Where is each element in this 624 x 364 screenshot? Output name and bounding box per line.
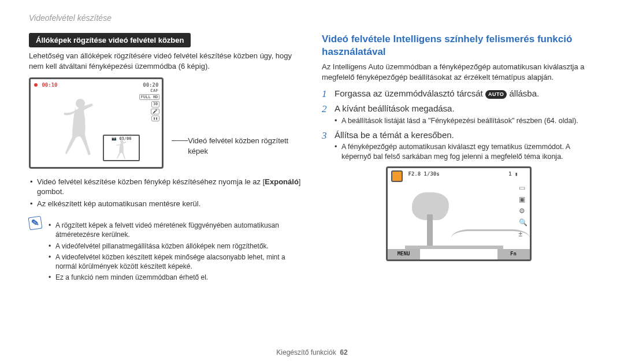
menu-button[interactable]: MENU (388, 249, 420, 259)
instruction-item: Videó felvétel készítése közben fénykép … (29, 177, 302, 197)
limit-time: 00:20 (143, 81, 158, 88)
step-item: A kívánt beállítások megadása. A beállít… (322, 103, 595, 125)
fullhd-badge: FULL HD (139, 94, 160, 100)
intro-text: Lehetőség van állóképek rögzítésére vide… (29, 51, 302, 71)
note-item: A videofelvétel közben készített képek m… (47, 252, 300, 271)
captured-thumb: 📷 03/06 (103, 135, 140, 161)
step-item: Állítsa be a témát a keresőben. A fényké… (322, 129, 595, 162)
battery-icon: ▭ (519, 183, 528, 192)
tree-trunk (427, 214, 433, 248)
note-item: Ez a funkció nem minden üzemmódban érhet… (47, 273, 300, 282)
shot-count: 1 ▮ (508, 170, 518, 177)
note-box: ✎ A rögzített képek a felvett videó mére… (29, 212, 302, 288)
exposure-readout: F2.8 1/30s (408, 170, 440, 177)
instruction-item: Az elkészített kép automatikusan mentésr… (29, 199, 302, 209)
lcd-preview-video: 00:10 00:20 CAF FULL HD 30 🎤 ▮▮ (29, 77, 164, 169)
auto-chip: AUTO (485, 90, 507, 99)
rec-indicator: 00:10 (34, 82, 58, 88)
section-header: Állóképek rögzítése videó felvétel közbe… (29, 33, 191, 48)
hill-line (451, 229, 530, 247)
mic-badge: 🎤 (151, 109, 159, 114)
note-item: A rögzített képek a felvett videó méreté… (47, 221, 300, 239)
breadcrumb: Videofelvétel készítése (29, 13, 595, 24)
caf-badge: CAF (149, 88, 159, 93)
section-title: Videó felvétele Intelligens színhely fel… (322, 33, 595, 58)
note-item: A videófelvétel pillanatmegállítása közb… (47, 242, 300, 251)
step-subitem: A beállítások listáját lásd a "Fényképez… (335, 116, 595, 126)
right-column: Videó felvétele Intelligens színhely fel… (322, 33, 595, 288)
callout-label: Videó felvétel közben rögzített képek (188, 136, 302, 156)
left-column: Állóképek rögzítése videó felvétel közbe… (29, 33, 302, 288)
step-item: Forgassa az üzemmódválasztó tárcsát AUTO… (322, 88, 595, 99)
battery-badge: ▮▮ (151, 116, 159, 121)
page-footer: Kiegészítő funkciók 62 (0, 348, 624, 357)
fps-badge: 30 (151, 101, 159, 107)
callout-line (172, 140, 188, 141)
note-icon: ✎ (28, 216, 43, 231)
step-subitem: A fényképezőgép automatikusan kiválaszt … (335, 142, 595, 162)
fn-button[interactable]: Fn (497, 249, 530, 259)
flash-icon: ⚙ (519, 206, 528, 216)
af-icon: ▣ (519, 195, 528, 204)
instruction-list: Videó felvétel készítése közben fénykép … (29, 177, 302, 209)
step-list: Forgassa az üzemmódválasztó tárcsát AUTO… (322, 88, 595, 161)
lcd-preview-scene: F2.8 1/30s 1 ▮ ▭ ▣ ⚙ 🔍 ± MENU Fn (386, 166, 532, 261)
zoom-icon: 🔍 (519, 218, 528, 227)
skater-illustration (58, 96, 99, 160)
section-intro: Az Intelligens Auto üzemmódban a fénykép… (322, 62, 595, 82)
